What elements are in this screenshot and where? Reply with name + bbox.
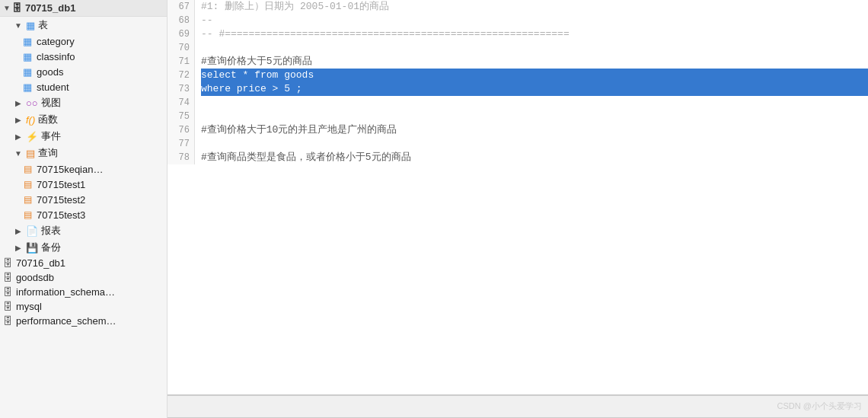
line-number: 75 xyxy=(168,110,190,123)
backup-icon: 💾 xyxy=(26,242,38,254)
tables-label: 表 xyxy=(38,18,48,32)
functions-label: 函数 xyxy=(38,113,58,126)
sidebar-item-q2[interactable]: ▤ 70715test1 xyxy=(0,177,167,192)
line-number: 77 xyxy=(168,137,190,151)
db-expand-icon: ▼ xyxy=(3,4,11,12)
watermark: CSDN @小个头爱学习 xyxy=(777,400,862,412)
sidebar-item-db4[interactable]: 🗄 information_schema… xyxy=(0,285,167,299)
functions-icon: f() xyxy=(26,114,35,126)
events-chevron-icon: ▶ xyxy=(12,130,24,142)
line-number: 69 xyxy=(168,27,190,41)
sidebar-item-tables[interactable]: ▼ ▦ 表 xyxy=(0,17,167,34)
db4-label: information_schema… xyxy=(16,286,115,298)
code-line xyxy=(201,96,868,110)
sidebar-item-db6[interactable]: 🗄 performance_schem… xyxy=(0,314,167,328)
reports-icon: 📄 xyxy=(26,225,38,237)
sql-editor[interactable]: 676869707172737475767778 #1: 删除上）日期为 200… xyxy=(168,0,868,395)
line-number: 78 xyxy=(168,151,190,164)
code-line: -- xyxy=(201,14,868,27)
db3-label: goodsdb xyxy=(16,272,54,283)
db6-icon: 🗄 xyxy=(3,315,13,327)
line-number: 68 xyxy=(168,14,190,27)
sidebar-item-q3[interactable]: ▤ 70715test2 xyxy=(0,192,167,207)
student-table-icon: ▦ xyxy=(21,81,34,93)
goods-label: goods xyxy=(37,66,63,78)
q2-icon: ▤ xyxy=(21,178,34,190)
q1-label: 70715keqian… xyxy=(37,164,103,175)
sidebar-item-category[interactable]: ▦ category xyxy=(0,34,167,49)
sidebar-item-views[interactable]: ▶ ○○ 视图 xyxy=(0,94,167,111)
db3-icon: 🗄 xyxy=(3,272,13,283)
code-line xyxy=(201,137,868,151)
sidebar: ▼ 🗄 70715_db1 ▼ ▦ 表 ▦ category ▦ classin… xyxy=(0,0,168,418)
q1-icon: ▤ xyxy=(21,163,34,175)
sidebar-item-reports[interactable]: ▶ 📄 报表 xyxy=(0,222,167,239)
category-table-icon: ▦ xyxy=(21,35,34,47)
q4-icon: ▤ xyxy=(21,209,34,221)
backup-chevron-icon: ▶ xyxy=(12,241,24,254)
sidebar-item-goods[interactable]: ▦ goods xyxy=(0,64,167,79)
code-line: #查询商品类型是食品，或者价格小于5元的商品 xyxy=(201,151,868,164)
code-line: select * from goods xyxy=(201,69,868,82)
code-content: #1: 删除上）日期为 2005-01-01的商品---- #=========… xyxy=(195,0,868,164)
line-number: 67 xyxy=(168,0,190,14)
sidebar-item-q1[interactable]: ▤ 70715keqian… xyxy=(0,161,167,177)
q4-label: 70715test3 xyxy=(37,209,85,221)
code-line: #查询价格大于10元的并且产地是广州的商品 xyxy=(201,123,868,137)
student-label: student xyxy=(37,81,69,93)
db-icon: 🗄 xyxy=(12,2,22,14)
events-label: 事件 xyxy=(41,129,61,143)
db2-icon: 🗄 xyxy=(3,257,13,269)
views-icon: ○○ xyxy=(26,97,38,109)
backup-label: 备份 xyxy=(41,241,61,254)
events-icon: ⚡ xyxy=(26,131,38,142)
db5-label: mysql xyxy=(16,301,42,312)
sidebar-item-student[interactable]: ▦ student xyxy=(0,79,167,94)
code-line: #1: 删除上）日期为 2005-01-01的商品 xyxy=(201,0,868,14)
code-line: #查询价格大于5元的商品 xyxy=(201,55,868,69)
sidebar-item-db2[interactable]: 🗄 70716_db1 xyxy=(0,256,167,270)
queries-icon: ▤ xyxy=(26,148,35,159)
db4-icon: 🗄 xyxy=(3,286,13,298)
line-number: 71 xyxy=(168,55,190,69)
sidebar-item-q4[interactable]: ▤ 70715test3 xyxy=(0,207,167,222)
line-number: 70 xyxy=(168,41,190,55)
tables-chevron-icon: ▼ xyxy=(12,19,24,31)
result-tabs xyxy=(168,395,868,418)
sidebar-item-backup[interactable]: ▶ 💾 备份 xyxy=(0,239,167,256)
goods-table-icon: ▦ xyxy=(21,65,34,78)
q3-label: 70715test2 xyxy=(37,194,85,206)
q3-icon: ▤ xyxy=(21,193,34,206)
sidebar-item-db3[interactable]: 🗄 goodsdb xyxy=(0,270,167,285)
db5-icon: 🗄 xyxy=(3,301,13,312)
line-numbers: 676869707172737475767778 xyxy=(168,0,195,164)
q2-label: 70715test1 xyxy=(37,179,85,190)
sidebar-item-db5[interactable]: 🗄 mysql xyxy=(0,299,167,314)
views-label: 视图 xyxy=(41,96,61,110)
code-line xyxy=(201,110,868,123)
db6-label: performance_schem… xyxy=(16,315,116,327)
reports-chevron-icon: ▶ xyxy=(12,225,24,237)
line-number: 73 xyxy=(168,82,190,96)
queries-label: 查询 xyxy=(38,146,58,160)
functions-chevron-icon: ▶ xyxy=(12,113,24,126)
sidebar-item-functions[interactable]: ▶ f() 函数 xyxy=(0,111,167,128)
db-header[interactable]: ▼ 🗄 70715_db1 xyxy=(0,0,167,17)
sidebar-item-events[interactable]: ▶ ⚡ 事件 xyxy=(0,128,167,145)
queries-chevron-icon: ▼ xyxy=(12,147,24,159)
db2-label: 70716_db1 xyxy=(16,257,65,269)
db-name-label: 70715_db1 xyxy=(25,2,76,14)
code-line: -- #====================================… xyxy=(201,27,868,41)
sidebar-item-classinfo[interactable]: ▦ classinfo xyxy=(0,49,167,64)
code-line xyxy=(201,41,868,55)
classinfo-table-icon: ▦ xyxy=(21,50,34,62)
line-number: 74 xyxy=(168,96,190,110)
line-number: 72 xyxy=(168,69,190,82)
reports-label: 报表 xyxy=(41,224,61,238)
code-line: where price > 5 ; xyxy=(201,82,868,96)
category-label: category xyxy=(37,36,75,47)
line-number: 76 xyxy=(168,123,190,137)
main-content: 676869707172737475767778 #1: 删除上）日期为 200… xyxy=(168,0,868,418)
views-chevron-icon: ▶ xyxy=(12,97,24,109)
sidebar-item-queries[interactable]: ▼ ▤ 查询 xyxy=(0,145,167,161)
